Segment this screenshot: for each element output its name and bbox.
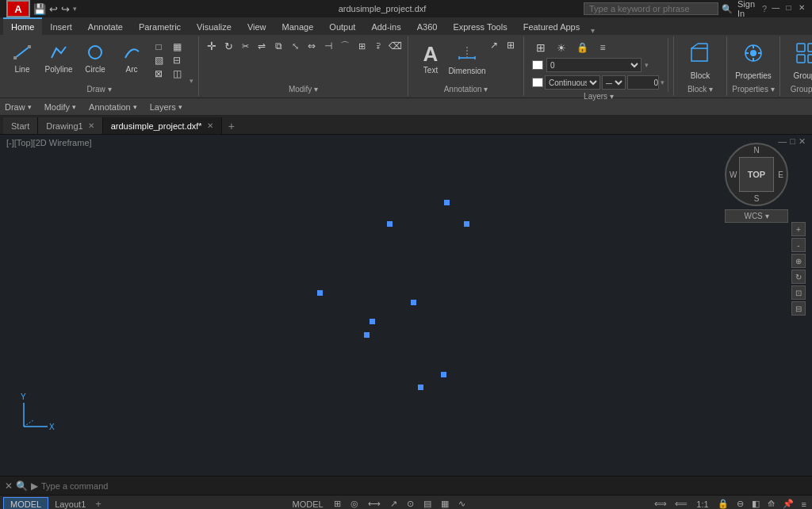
- layout1-btn[interactable]: Layout1: [52, 499, 89, 509]
- point-7[interactable]: [364, 332, 370, 338]
- pin-icon[interactable]: 📌: [780, 499, 796, 509]
- linetype-dropdown[interactable]: Continuous: [545, 75, 600, 90]
- layer-color-swatch[interactable]: [532, 60, 543, 70]
- settings-icon[interactable]: ≡: [799, 499, 809, 509]
- quick-access-dropdown[interactable]: ▾: [73, 5, 77, 13]
- boundary-btn[interactable]: ⊟: [169, 53, 185, 67]
- modify-subbar[interactable]: Modify ▾: [44, 102, 76, 112]
- wipeout-btn[interactable]: ◫: [169, 67, 185, 81]
- properties-button[interactable]: Properties: [732, 38, 775, 84]
- tab-parametric[interactable]: Parametric: [131, 17, 189, 35]
- fillet-btn[interactable]: ⌒: [337, 38, 353, 54]
- move-btn[interactable]: ✛: [204, 38, 220, 54]
- layer-dropdown-arrow[interactable]: ▾: [645, 61, 649, 69]
- app-logo[interactable]: A: [6, 0, 30, 17]
- layer-match-btn[interactable]: ≡: [594, 40, 611, 55]
- stretch-btn[interactable]: ⇔: [304, 38, 320, 54]
- tab-addins[interactable]: Add-ins: [363, 17, 408, 35]
- hatch-btn[interactable]: ▦: [169, 40, 185, 54]
- osnap-icon[interactable]: ⊙: [404, 499, 416, 509]
- layers-subbar[interactable]: Layers ▾: [150, 102, 182, 112]
- lock-icon[interactable]: 🔒: [715, 499, 731, 509]
- point-2[interactable]: [387, 221, 393, 227]
- ribbon-options[interactable]: ▾: [591, 26, 595, 35]
- tab-annotate[interactable]: Annotate: [80, 17, 131, 35]
- trim-btn[interactable]: ✂: [237, 38, 253, 54]
- selection-icon[interactable]: ⟺: [652, 499, 669, 509]
- groups-button[interactable]: Groups: [785, 38, 812, 84]
- otrack-icon[interactable]: ▤: [421, 499, 434, 509]
- tab-view[interactable]: View: [239, 17, 274, 35]
- draw-expand-arrow[interactable]: ▾: [190, 77, 193, 85]
- rotate-btn[interactable]: ↻: [220, 38, 236, 54]
- point-1[interactable]: [444, 200, 450, 205]
- tab-featured[interactable]: Featured Apps: [515, 17, 588, 35]
- pan-btn[interactable]: ⊕: [791, 254, 806, 268]
- rectangle-btn[interactable]: □: [151, 40, 167, 54]
- layer-freeze-btn[interactable]: ☀: [553, 40, 570, 55]
- nav-wheel-icon[interactable]: ⟰: [765, 499, 777, 509]
- tab-home[interactable]: Home: [3, 17, 42, 35]
- zoomout-status-icon[interactable]: ⊖: [734, 499, 746, 509]
- zoom-in-btn[interactable]: +: [791, 222, 806, 236]
- viewport[interactable]: [-][Top][2D Wireframe] — □ ✕ N S W E TOP…: [0, 135, 812, 476]
- tab-ardusimple-close[interactable]: ✕: [207, 121, 213, 130]
- extend-btn[interactable]: ⊣: [320, 38, 336, 54]
- arc-button[interactable]: Arc: [114, 38, 149, 79]
- transparency-icon[interactable]: ∿: [456, 499, 468, 509]
- point-5[interactable]: [411, 300, 416, 305]
- orbit-btn[interactable]: ↻: [791, 270, 806, 284]
- layer-dropdown[interactable]: 0: [546, 58, 642, 72]
- block-button[interactable]: Block: [679, 38, 722, 84]
- tab-drawing1[interactable]: Drawing1 ✕: [38, 117, 102, 134]
- tab-output[interactable]: Output: [321, 17, 363, 35]
- window-btn[interactable]: ⊟: [791, 301, 806, 316]
- command-input[interactable]: [41, 481, 807, 491]
- layers-expand[interactable]: ▾: [661, 78, 665, 86]
- cmd-arrow-btn[interactable]: ▶: [31, 480, 38, 492]
- viewport-icon[interactable]: ◧: [749, 499, 762, 509]
- model-btn[interactable]: MODEL: [3, 497, 48, 510]
- viewport-restore[interactable]: □: [790, 136, 795, 147]
- undo-icon[interactable]: ↩: [49, 3, 58, 15]
- draw-subbar[interactable]: Draw ▾: [5, 102, 32, 112]
- polar-icon[interactable]: ↗: [388, 499, 400, 509]
- table-btn[interactable]: ⊞: [503, 38, 519, 52]
- region-btn[interactable]: ⊠: [151, 67, 167, 81]
- offset-btn[interactable]: ⫀: [370, 38, 386, 54]
- point-9[interactable]: [418, 385, 423, 390]
- circle-button[interactable]: Circle: [78, 38, 113, 79]
- point-3[interactable]: [464, 221, 469, 227]
- text-button[interactable]: A Text: [413, 38, 448, 79]
- tab-express[interactable]: Express Tools: [445, 17, 515, 35]
- tab-manage[interactable]: Manage: [274, 17, 322, 35]
- line-button[interactable]: Line: [5, 38, 40, 79]
- lineweight-dropdown[interactable]: ——: [602, 75, 626, 90]
- color-swatch[interactable]: [532, 78, 543, 87]
- lineweight-icon[interactable]: ▦: [439, 499, 451, 509]
- navcube-compass[interactable]: N S W E TOP: [725, 143, 788, 206]
- redo-icon[interactable]: ↪: [61, 3, 70, 15]
- erase-btn[interactable]: ⌫: [387, 38, 403, 54]
- layer-lock-btn[interactable]: 🔒: [573, 40, 591, 55]
- tab-a360[interactable]: A360: [409, 17, 446, 35]
- snap-icon[interactable]: ◎: [348, 499, 361, 509]
- save-icon[interactable]: 💾: [33, 3, 46, 15]
- zoom-out-btn[interactable]: -: [791, 238, 806, 252]
- minimize-btn[interactable]: —: [772, 3, 779, 14]
- restore-btn[interactable]: □: [784, 3, 792, 14]
- annotation-subbar[interactable]: Annotation ▾: [89, 102, 137, 112]
- add-tab-btn[interactable]: +: [222, 117, 241, 134]
- tab-drawing1-close[interactable]: ✕: [88, 121, 94, 130]
- tab-start[interactable]: Start: [3, 117, 38, 134]
- signin-btn[interactable]: Sign In: [737, 0, 757, 18]
- cmd-x-btn[interactable]: ✕: [5, 480, 13, 492]
- copy-btn[interactable]: ⧉: [270, 38, 286, 54]
- gradient-btn[interactable]: ▧: [151, 53, 167, 67]
- add-layout-btn[interactable]: +: [92, 498, 105, 509]
- tab-insert[interactable]: Insert: [42, 17, 80, 35]
- leader-btn[interactable]: ↗: [486, 38, 502, 52]
- annotate-icon[interactable]: ⟸: [672, 499, 690, 509]
- navcube-top[interactable]: TOP: [739, 157, 774, 192]
- viewport-close[interactable]: ✕: [799, 136, 806, 147]
